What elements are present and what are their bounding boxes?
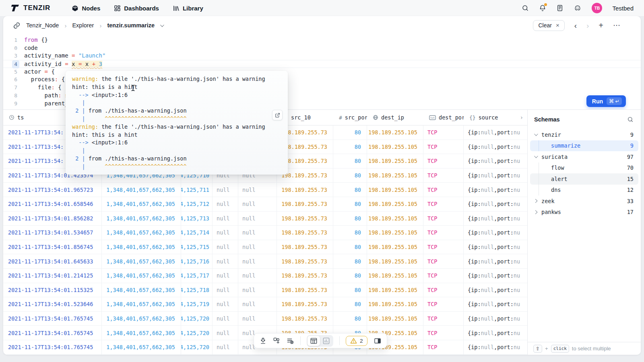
code-text: code: [19, 44, 38, 52]
schema-tree-item[interactable]: pankws 17: [530, 207, 638, 218]
schema-tree-item[interactable]: zeek 33: [530, 195, 638, 207]
tenzir-brand[interactable]: TENZIR: [10, 4, 50, 12]
cell-epoch: 1,348,401,657,662,305: [102, 326, 181, 340]
cell-dest-port: TCP: [423, 269, 464, 283]
tree-chevron-icon[interactable]: [534, 133, 541, 136]
cell-src-port: 80: [333, 212, 367, 226]
cell-dest-ip: 198.189.255.105: [367, 169, 423, 183]
breadcrumb-pipeline[interactable]: tenzir.summarize: [107, 22, 155, 29]
breadcrumb-explorer[interactable]: Explorer: [72, 22, 94, 29]
more-menu-button[interactable]: ⋯: [613, 22, 621, 29]
table-row[interactable]: 2021-11-17T13:54:01.765745 1,348,401,657…: [3, 312, 527, 326]
cell-dest-ip: 198.189.255.105: [367, 240, 423, 255]
cell-dest-port: TCP: [423, 254, 464, 269]
cell-source: {ip:null,port:nu: [464, 154, 527, 169]
cell-null: null: [213, 269, 238, 283]
user-name[interactable]: Testbed: [612, 5, 634, 12]
add-to-dashboard-icon[interactable]: [273, 337, 281, 345]
search-icon[interactable]: [522, 4, 529, 12]
cell-source: {ip:null,port:nu: [464, 254, 527, 269]
schema-tree: tenzir 9 summarize 9 suricata 97: [528, 128, 641, 218]
cell-src-ip: 198.189.255.73: [277, 269, 333, 283]
schema-tree-item[interactable]: dns 12: [530, 185, 638, 196]
cell-source: {ip:null,port:nu: [464, 283, 527, 298]
cell-dest-port: TCP: [423, 212, 464, 226]
clear-close-icon[interactable]: ×: [556, 22, 559, 28]
code-text: process: {: [19, 76, 65, 84]
column-type-icon: [373, 115, 378, 120]
diagnostics-warning-badge[interactable]: 2: [346, 336, 367, 346]
clear-button[interactable]: Clear ×: [533, 20, 564, 31]
shift-key-icon: ⇧: [533, 345, 542, 353]
breadcrumb-separator: ›: [99, 22, 101, 29]
nav-item-nodes[interactable]: Nodes: [72, 5, 100, 12]
column-header[interactable]: txt dest_port: [423, 110, 464, 125]
pipeline-dropdown-chevron-icon[interactable]: [160, 23, 164, 27]
schema-name: pankws: [541, 209, 561, 215]
cell-seq: 4,125,720: [181, 340, 213, 355]
clear-label: Clear: [538, 22, 551, 29]
more-columns-chevron-icon[interactable]: ›: [520, 114, 523, 121]
schema-tree-item[interactable]: summarize 9: [530, 140, 638, 152]
table-row[interactable]: 2021-11-17T13:54:01.856745 1,348,401,657…: [3, 240, 527, 255]
schemas-header: Schemas: [528, 110, 641, 128]
open-diagnostics-button[interactable]: [272, 110, 283, 120]
docs-icon[interactable]: [556, 4, 564, 12]
run-button[interactable]: Run ⌘↵: [586, 95, 626, 107]
table-row[interactable]: 2021-11-17T13:54:01.658546 1,348,401,657…: [3, 197, 527, 212]
cell-null: null: [238, 226, 277, 240]
cell-ts: 2021-11-17T13:54:01.765745: [3, 326, 102, 340]
table-row[interactable]: 2021-11-17T13:54:01.856282 1,348,401,657…: [3, 212, 527, 226]
line-number: 0: [3, 44, 19, 52]
cell-source: {ip:null,port:nu: [464, 326, 527, 340]
clear-results-icon[interactable]: [287, 337, 294, 345]
table-row[interactable]: 2021-11-17T13:54:01.523646 1,348,401,657…: [3, 297, 527, 312]
cell-src-port: 80: [333, 312, 367, 326]
tree-chevron-icon[interactable]: [534, 211, 541, 214]
table-row[interactable]: 2021-11-17T13:54:01.115325 1,348,401,657…: [3, 283, 527, 298]
column-header[interactable]: dest_ip: [367, 110, 423, 125]
tree-chevron-icon[interactable]: [534, 200, 541, 202]
column-header[interactable]: {} source ›: [464, 110, 527, 125]
table-row[interactable]: 2021-11-17T13:54:01.965723 1,348,401,657…: [3, 183, 527, 197]
schema-count: 9: [630, 132, 634, 138]
nav-item-dashboards[interactable]: Dashboards: [114, 5, 159, 12]
table-row[interactable]: 2021-11-17T13:54:01.534657 1,348,401,657…: [3, 226, 527, 240]
history-forward-button[interactable]: ›: [586, 22, 589, 29]
table-row[interactable]: 2021-11-17T13:54:01.645633 1,348,401,657…: [3, 254, 527, 269]
code-line: 1 from {}: [3, 36, 641, 44]
tenzir-logo: [10, 4, 19, 12]
cell-epoch: 1,348,401,657,662,305: [102, 197, 181, 212]
svg-text:txt: txt: [430, 116, 435, 119]
schema-tree-item[interactable]: flow 70: [530, 162, 638, 174]
breadcrumb-node[interactable]: Tenzir_Node: [26, 22, 59, 29]
table-row[interactable]: 2021-11-17T13:54:01.214125 1,348,401,657…: [3, 269, 527, 283]
history-back-button[interactable]: ‹: [574, 22, 577, 29]
cell-ts: 2021-11-17T13:54:01.856282: [3, 212, 102, 226]
schema-tree-item[interactable]: tenzir 9: [530, 129, 638, 140]
new-tab-button[interactable]: +: [599, 21, 603, 29]
cell-dest-port: TCP: [423, 283, 464, 298]
cell-null: null: [213, 340, 238, 355]
cell-dest-ip: 198.189.255.105: [367, 197, 423, 212]
schema-tree-item[interactable]: suricata 97: [530, 151, 638, 162]
notifications-bell-icon[interactable]: [539, 4, 546, 12]
nav-item-library[interactable]: Library: [173, 5, 203, 12]
tree-chevron-icon[interactable]: [534, 155, 541, 158]
cell-epoch: 1,348,401,657,662,305: [102, 283, 181, 298]
chart-view-icon[interactable]: [320, 336, 332, 346]
discord-icon[interactable]: [574, 4, 582, 12]
user-avatar[interactable]: TB: [592, 3, 602, 13]
download-icon[interactable]: [259, 337, 267, 345]
code-text: actor = {: [19, 68, 55, 76]
line-number: 8: [3, 92, 19, 100]
cell-ts: 2021-11-17T13:54:01.765745: [3, 312, 102, 326]
code-line: 4 activity_id = x = x + 3: [3, 60, 641, 68]
column-header[interactable]: # src_port: [333, 110, 367, 125]
schemas-search-icon[interactable]: [627, 116, 634, 123]
schema-tree-item[interactable]: alert 15: [530, 173, 638, 185]
cell-ts: 2021-11-17T13:54:01.214125: [3, 269, 102, 283]
table-view-icon[interactable]: [308, 336, 320, 346]
line-number: 1: [3, 36, 19, 44]
side-panel-toggle-icon[interactable]: [374, 337, 382, 345]
